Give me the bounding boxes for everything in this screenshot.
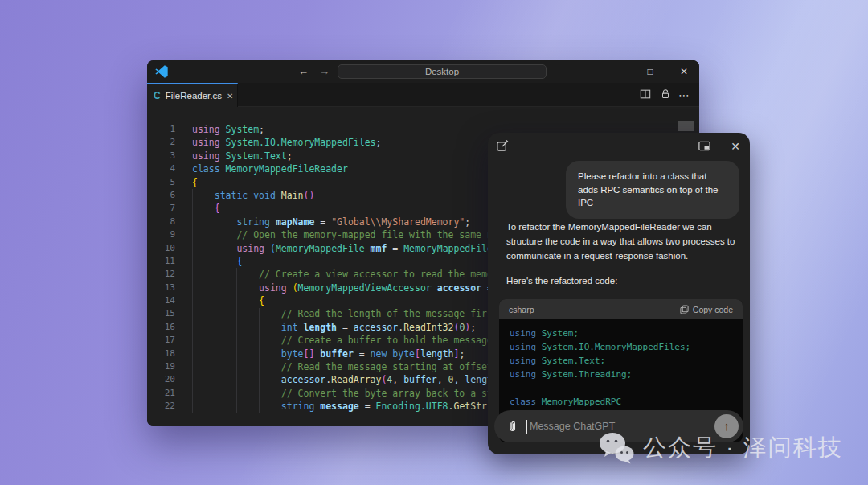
code-text: string mapName = "Global\\MySharedMemory… — [192, 216, 470, 228]
maximize-button[interactable]: □ — [640, 60, 661, 83]
unlock-icon[interactable] — [659, 88, 672, 101]
copy-code-label: Copy code — [693, 305, 733, 314]
line-number: 19 — [147, 360, 175, 373]
line-number: 17 — [147, 334, 175, 347]
code-text: { — [192, 294, 264, 307]
line-number: 15 — [147, 307, 175, 320]
command-center-search[interactable]: Desktop — [338, 64, 547, 79]
code-line: class MemoryMappedRPC — [510, 395, 743, 409]
line-number: 1 — [147, 123, 175, 136]
code-block-body: using System;using System.IO.MemoryMappe… — [499, 319, 743, 409]
line-number: 14 — [147, 294, 175, 307]
wechat-icon — [598, 432, 635, 464]
panel-close-icon[interactable]: ✕ — [728, 139, 743, 154]
vscode-titlebar: ← → Desktop — □ ✕ — [147, 60, 699, 83]
code-line: using System; — [510, 327, 743, 340]
code-text: // Convert the byte array back to a stri… — [192, 387, 515, 400]
line-number: 2 — [147, 136, 175, 149]
code-text: // Create a view accessor to read the me… — [192, 268, 504, 281]
code-text — [510, 381, 515, 395]
code-text: class MemoryMappedRPC — [510, 395, 621, 409]
vscode-tab-bar: C FileReader.cs ✕ ⋯ — [147, 83, 699, 107]
line-number: 18 — [147, 347, 175, 360]
line-number: 12 — [147, 268, 175, 281]
copy-icon — [680, 305, 689, 314]
code-text: accessor.ReadArray(4, buffer, 0, length)… — [192, 373, 510, 386]
code-text: { — [192, 255, 242, 268]
line-number: 8 — [147, 216, 175, 228]
code-text: { — [192, 176, 198, 189]
code-text: using System.Threading; — [510, 368, 632, 381]
code-line — [510, 381, 743, 395]
assistant-response-intro: Here's the refactored code: — [506, 276, 617, 286]
input-placeholder: Message ChatGPT — [530, 421, 714, 432]
code-line: using System.Threading; — [510, 368, 743, 381]
line-number: 16 — [147, 321, 175, 334]
line-number: 9 — [147, 228, 175, 241]
code-text: class MemoryMappedFileReader — [192, 162, 348, 175]
line-number: 6 — [147, 189, 175, 202]
user-message-bubble: Please refactor into a class that adds R… — [566, 161, 739, 219]
assistant-response-text: To refactor the MemoryMappedFileReader w… — [506, 220, 743, 263]
line-number: 5 — [147, 176, 175, 189]
code-text: // Open the memory-mapped file with the … — [192, 228, 510, 241]
csharp-file-icon: C — [154, 90, 161, 101]
code-text: using System.IO.MemoryMappedFiles; — [510, 340, 690, 354]
back-arrow-icon[interactable]: ← — [298, 60, 309, 83]
code-text: using System; — [192, 123, 264, 136]
copy-code-button[interactable]: Copy code — [680, 305, 733, 314]
code-text: using System.IO.MemoryMappedFiles; — [192, 136, 381, 149]
minimize-button[interactable]: — — [605, 60, 626, 83]
line-number: 10 — [147, 242, 175, 255]
text-cursor — [526, 420, 527, 434]
close-button[interactable]: ✕ — [674, 60, 694, 83]
line-number: 13 — [147, 282, 175, 294]
code-text: { — [192, 202, 220, 215]
indent-guide — [236, 268, 237, 413]
code-text: using System; — [510, 327, 579, 340]
code-text: int length = accessor.ReadInt32(0); — [192, 321, 476, 334]
line-number: 7 — [147, 202, 175, 215]
code-text: string message = Encoding.UTF8.GetString — [192, 400, 504, 413]
code-text: using System.Text; — [510, 354, 605, 368]
code-text: // Read the length of the message first — [192, 307, 498, 320]
indent-guide — [192, 189, 193, 413]
chatgpt-panel: ✕ Please refactor into a class that adds… — [488, 133, 750, 454]
watermark-text: 公众号 · 泽问科技 — [643, 432, 843, 464]
pop-out-icon[interactable] — [698, 139, 712, 154]
code-language-label: csharp — [509, 305, 534, 314]
code-line: using System.IO.MemoryMappedFiles; — [510, 340, 743, 354]
line-number: 21 — [147, 387, 175, 400]
code-text: byte[] buffer = new byte[length]; — [192, 347, 465, 360]
line-number: 4 — [147, 162, 175, 175]
split-editor-icon[interactable] — [639, 88, 652, 101]
line-number: 3 — [147, 150, 175, 162]
line-number: 20 — [147, 373, 175, 386]
line-number: 11 — [147, 255, 175, 268]
line-number: 22 — [147, 400, 175, 413]
attach-icon[interactable] — [506, 420, 519, 434]
tab-filereader[interactable]: C FileReader.cs ✕ — [147, 83, 238, 107]
more-actions-icon[interactable]: ⋯ — [678, 88, 690, 101]
code-block-header: csharp Copy code — [499, 299, 743, 319]
code-line: using System.Text; — [510, 354, 743, 368]
indent-guide — [215, 216, 215, 413]
watermark: 公众号 · 泽问科技 — [598, 432, 843, 464]
vscode-logo-icon — [155, 65, 168, 78]
code-text: using System.Text; — [192, 150, 293, 162]
tab-label: FileReader.cs — [166, 91, 222, 101]
tab-close-icon[interactable]: ✕ — [227, 92, 233, 101]
editor-scrollbar-thumb[interactable] — [678, 121, 694, 131]
indent-guide — [259, 308, 260, 413]
forward-arrow-icon[interactable]: → — [319, 60, 330, 83]
code-text: static void Main() — [192, 189, 314, 202]
new-chat-icon[interactable] — [496, 139, 510, 154]
